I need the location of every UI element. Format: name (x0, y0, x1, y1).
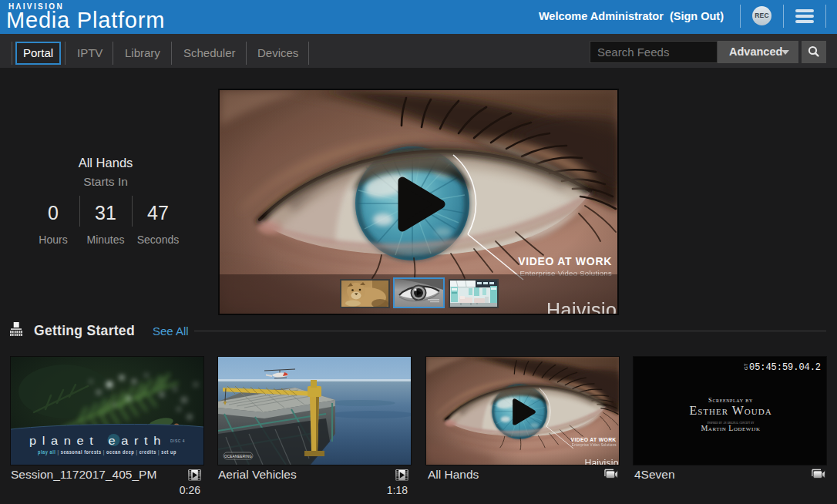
svg-text:Haivision: Haivision (546, 299, 617, 314)
